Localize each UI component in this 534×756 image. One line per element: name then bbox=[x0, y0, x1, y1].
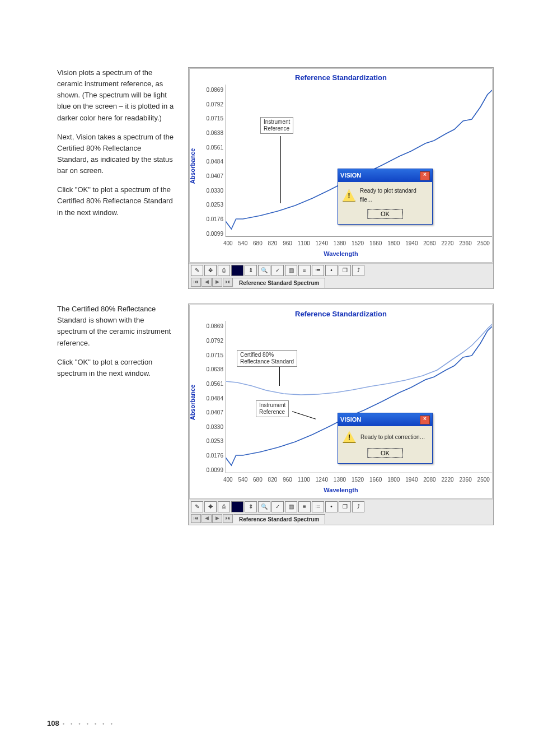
text-column: Vision plots a spectrum of the ceramic i… bbox=[57, 67, 175, 226]
y-axis-label: Absorbance bbox=[188, 385, 198, 421]
chart-toolbar: ✎ ✥ ⎙ ⇕ 🔍 ✓ ▥ ≡ ≔ • ❐ ⤴ bbox=[189, 263, 493, 277]
prev-icon[interactable]: ◀ bbox=[202, 514, 212, 523]
spectrum-tab[interactable]: Reference Standard Spectrum bbox=[233, 514, 325, 525]
page-number: 108 bbox=[47, 719, 59, 727]
x-axis-label: Wavelength bbox=[190, 486, 492, 495]
y-axis-label: Absorbance bbox=[188, 148, 198, 184]
prev-icon[interactable]: ◀ bbox=[202, 278, 212, 287]
spectrum-annot-ref: Instrument Reference bbox=[260, 117, 293, 134]
zoom-icon[interactable]: 🔍 bbox=[258, 501, 270, 512]
note-icon[interactable]: ❐ bbox=[339, 501, 351, 512]
vision-dialog: VISION × Ready to plot standard file… bbox=[338, 169, 433, 225]
paragraph: Click "OK" to plot a correction spectrum… bbox=[57, 357, 175, 379]
updown-icon[interactable]: ⇕ bbox=[245, 265, 257, 276]
first-icon[interactable]: ⏮ bbox=[191, 514, 201, 523]
last-icon[interactable]: ⏭ bbox=[223, 514, 233, 523]
text-column: The Certified 80% Reflectance Standard i… bbox=[57, 304, 175, 387]
paragraph: Click "OK" to plot a spectrum of the Cer… bbox=[57, 184, 175, 218]
plot-area: Certified 80% Reflectance Standard Instr… bbox=[226, 321, 492, 473]
chart-panel-1: Reference Standardization Absorbance 0.0… bbox=[188, 67, 494, 289]
list-icon[interactable]: ≡ bbox=[298, 501, 311, 512]
chart-title: Reference Standardization bbox=[190, 69, 492, 85]
x-ticks: 4005406808209601100124013801520166018001… bbox=[190, 239, 492, 248]
ok-button[interactable]: OK bbox=[368, 449, 402, 458]
last-icon[interactable]: ⏭ bbox=[223, 278, 233, 287]
plot-area: Instrument Reference VISION × bbox=[226, 85, 492, 237]
vision-dialog: VISION × Ready to plot correction… bbox=[338, 413, 433, 464]
paragraph: Next, Vision takes a spectrum of the Cer… bbox=[57, 132, 175, 177]
export-icon[interactable]: ⤴ bbox=[352, 265, 364, 276]
ruler-icon[interactable]: ≔ bbox=[312, 265, 324, 276]
chart-panel-2: Reference Standardization Absorbance 0.0… bbox=[188, 304, 494, 525]
check-icon[interactable]: ✓ bbox=[271, 265, 284, 276]
dialog-title: VISION bbox=[340, 415, 361, 424]
spectrum-annot-cert: Certified 80% Reflectance Standard bbox=[237, 350, 297, 367]
next-icon[interactable]: ▶ bbox=[212, 278, 222, 287]
paragraph: Vision plots a spectrum of the ceramic i… bbox=[57, 67, 175, 124]
y-ticks: 0.08690.07920.07150.06380.05610.04840.04… bbox=[200, 85, 226, 238]
palette-icon[interactable] bbox=[231, 265, 243, 276]
expand-icon[interactable]: ✥ bbox=[204, 265, 217, 276]
check-icon[interactable]: ✓ bbox=[271, 501, 284, 512]
next-icon[interactable]: ▶ bbox=[212, 514, 222, 523]
spectrum-tab[interactable]: Reference Standard Spectrum bbox=[233, 278, 325, 288]
warning-icon bbox=[343, 189, 355, 202]
x-axis-label: Wavelength bbox=[190, 249, 492, 259]
marker-icon[interactable]: • bbox=[325, 265, 338, 276]
first-icon[interactable]: ⏮ bbox=[191, 278, 201, 287]
palette-icon[interactable] bbox=[231, 501, 243, 512]
bars-icon[interactable]: ▥ bbox=[285, 265, 297, 276]
print-icon[interactable]: ⎙ bbox=[218, 501, 230, 512]
dialog-title: VISION bbox=[340, 171, 361, 180]
close-icon[interactable]: × bbox=[420, 416, 430, 424]
print-icon[interactable]: ⎙ bbox=[218, 265, 230, 276]
export-icon[interactable]: ⤴ bbox=[352, 501, 364, 512]
marker-icon[interactable]: • bbox=[325, 501, 338, 512]
expand-icon[interactable]: ✥ bbox=[204, 501, 217, 512]
spectrum-annot-ref: Instrument Reference bbox=[256, 400, 289, 417]
note-icon[interactable]: ❐ bbox=[339, 265, 351, 276]
ok-button[interactable]: OK bbox=[368, 209, 402, 218]
copy-icon[interactable]: ✎ bbox=[191, 501, 203, 512]
list-icon[interactable]: ≡ bbox=[298, 265, 311, 276]
chart-title: Reference Standardization bbox=[190, 305, 492, 321]
tab-nav: ⏮ ◀ ▶ ⏭ Reference Standard Spectrum bbox=[189, 277, 493, 289]
warning-icon bbox=[343, 431, 356, 443]
copy-icon[interactable]: ✎ bbox=[191, 265, 203, 276]
zoom-icon[interactable]: 🔍 bbox=[258, 265, 270, 276]
close-icon[interactable]: × bbox=[420, 171, 430, 180]
dialog-message: Ready to plot correction… bbox=[360, 433, 425, 442]
y-ticks: 0.08690.07920.07150.06380.05610.04840.04… bbox=[200, 321, 226, 474]
dialog-message: Ready to plot standard file… bbox=[360, 186, 428, 204]
paragraph: The Certified 80% Reflectance Standard i… bbox=[57, 304, 175, 349]
updown-icon[interactable]: ⇕ bbox=[245, 501, 257, 512]
tab-nav: ⏮ ◀ ▶ ⏭ Reference Standard Spectrum bbox=[189, 514, 493, 525]
bars-icon[interactable]: ▥ bbox=[285, 501, 297, 512]
ruler-icon[interactable]: ≔ bbox=[312, 501, 324, 512]
chart-toolbar: ✎ ✥ ⎙ ⇕ 🔍 ✓ ▥ ≡ ≔ • ❐ ⤴ bbox=[189, 500, 493, 514]
footer-dots: • • • • • • • bbox=[63, 721, 115, 727]
x-ticks: 4005406808209601100124013801520166018001… bbox=[190, 475, 492, 484]
page-footer: 108• • • • • • • bbox=[47, 718, 115, 729]
